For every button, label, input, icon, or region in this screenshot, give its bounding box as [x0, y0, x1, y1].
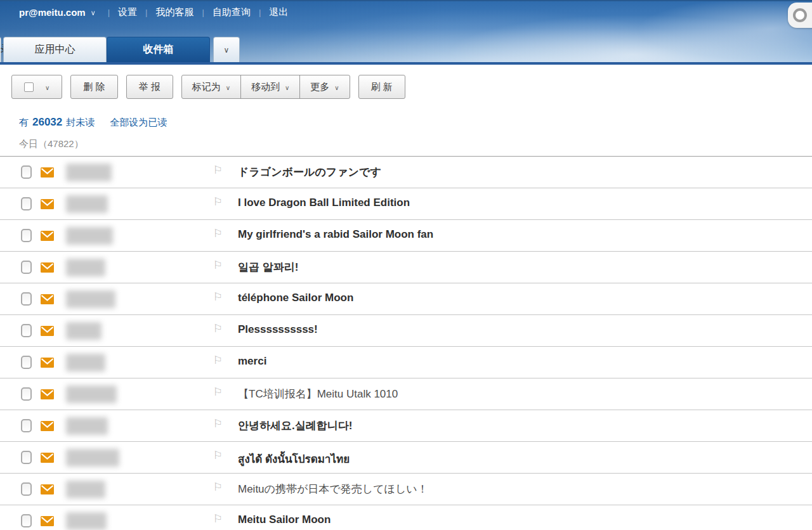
flag-icon[interactable]: ⚐	[213, 385, 223, 398]
email-row[interactable]: ⚐Meituの携帯が日本で発売してほしい！	[0, 474, 812, 505]
flag-icon[interactable]: ⚐	[213, 449, 223, 462]
email-checkbox[interactable]	[21, 261, 32, 274]
email-row[interactable]: ⚐Plessssssssss!	[0, 315, 812, 347]
select-all-checkbox[interactable]	[24, 82, 34, 92]
nav-settings[interactable]: 设置	[118, 6, 137, 18]
unread-envelope-icon	[41, 326, 54, 336]
chevron-down-icon: ∨	[334, 84, 339, 91]
email-subject[interactable]: I love Dragon Ball Limited Edition	[238, 197, 410, 209]
separator: |	[108, 8, 110, 17]
sender-name-blurred	[66, 481, 105, 498]
email-checkbox[interactable]	[21, 419, 32, 432]
unread-count: 26032	[32, 116, 62, 129]
sender-name-blurred	[66, 195, 108, 213]
email-row[interactable]: ⚐일곱 알꽈리!	[0, 252, 812, 283]
email-checkbox[interactable]	[21, 165, 32, 179]
flag-icon[interactable]: ⚐	[213, 259, 223, 271]
email-checkbox[interactable]	[21, 387, 32, 401]
tab-list-chevron-down-icon[interactable]: ∨	[213, 37, 240, 62]
tab-bar: 录 应用中心 收件箱 ∨	[0, 37, 240, 62]
mark-as-button[interactable]: 标记为 ∨	[181, 75, 241, 99]
account-chevron-down-icon[interactable]: ∨	[91, 9, 96, 17]
email-row[interactable]: ⚐안녕하세요.실례합니다!	[0, 410, 812, 442]
flag-icon[interactable]: ⚐	[213, 322, 223, 335]
email-checkbox[interactable]	[21, 324, 32, 337]
email-subject[interactable]: Plessssssssss!	[238, 323, 318, 336]
email-checkbox[interactable]	[21, 356, 32, 369]
toolbar: ∨ 删 除 举 报 标记为 ∨ 移动到 ∨ 更多 ∨ 刷 新	[11, 75, 812, 99]
email-checkbox[interactable]	[21, 292, 32, 306]
email-checkbox[interactable]	[21, 229, 32, 242]
move-to-button[interactable]: 移动到 ∨	[240, 75, 300, 99]
mark-all-read-link[interactable]: 全部设为已读	[110, 117, 167, 129]
email-row[interactable]: ⚐ドラゴンボールのファンです	[0, 157, 812, 188]
email-subject[interactable]: My girlfriend's a rabid Sailor Moon fan	[238, 228, 433, 241]
report-button[interactable]: 举 报	[126, 75, 173, 99]
floating-widget[interactable]	[788, 3, 812, 28]
email-subject[interactable]: merci	[238, 355, 266, 368]
flag-icon[interactable]: ⚐	[213, 164, 223, 176]
tab-contacts-partial[interactable]: 录	[0, 37, 1, 62]
flag-icon[interactable]: ⚐	[213, 195, 223, 208]
select-all-button[interactable]: ∨	[11, 75, 62, 99]
unread-envelope-icon	[41, 389, 54, 399]
header: pr@meitu.com ∨ | 设置 | 我的客服 | 自助查询 | 退出 录…	[0, 0, 812, 65]
chevron-down-icon: ∨	[226, 84, 230, 91]
sender-name-blurred	[66, 354, 105, 372]
email-subject[interactable]: 【TC培训报名】Meitu Utalk 1010	[238, 387, 398, 401]
email-list: ⚐ドラゴンボールのファンです⚐I love Dragon Ball Limite…	[0, 156, 812, 530]
chevron-down-icon: ∨	[45, 84, 49, 91]
tab-app-center[interactable]: 应用中心	[3, 37, 107, 62]
sender-name-blurred	[66, 227, 113, 245]
refresh-button[interactable]: 刷 新	[358, 75, 405, 99]
unread-envelope-icon	[41, 453, 54, 463]
sender-name-blurred	[66, 385, 117, 403]
email-checkbox[interactable]	[21, 482, 32, 496]
email-subject[interactable]: Meituの携帯が日本で発売してほしい！	[238, 482, 428, 496]
toolbar-button-group: 标记为 ∨ 移动到 ∨ 更多 ∨	[181, 75, 350, 99]
flag-icon[interactable]: ⚐	[213, 290, 223, 303]
sender-name-blurred	[66, 417, 108, 435]
delete-button[interactable]: 删 除	[70, 75, 117, 99]
flag-icon[interactable]: ⚐	[213, 512, 223, 525]
flag-icon[interactable]: ⚐	[213, 354, 223, 366]
email-subject[interactable]: Meitu Sailor Moon	[238, 514, 331, 526]
unread-envelope-icon	[41, 421, 54, 431]
unread-envelope-icon	[41, 294, 54, 304]
nav-self-query[interactable]: 自助查询	[213, 6, 251, 18]
nav-my-service[interactable]: 我的客服	[156, 6, 194, 18]
account-email[interactable]: pr@meitu.com	[19, 7, 86, 18]
tab-inbox-active[interactable]: 收件箱	[107, 37, 210, 62]
sender-name-blurred	[66, 164, 112, 181]
separator: |	[145, 8, 147, 17]
email-checkbox[interactable]	[21, 451, 32, 464]
email-row[interactable]: ⚐téléphone Sailor Moon	[0, 283, 812, 315]
unread-envelope-icon	[41, 199, 54, 209]
separator: |	[202, 8, 204, 17]
nav-logout[interactable]: 退出	[269, 6, 288, 18]
sender-name-blurred	[66, 290, 115, 308]
email-subject[interactable]: ドラゴンボールのファンです	[238, 165, 381, 179]
sender-name-blurred	[66, 512, 107, 530]
flag-icon[interactable]: ⚐	[213, 481, 223, 493]
flag-icon[interactable]: ⚐	[213, 227, 223, 240]
email-row[interactable]: ⚐Meitu Sailor Moon	[0, 505, 812, 530]
email-subject[interactable]: 안녕하세요.실례합니다!	[238, 418, 352, 433]
email-row[interactable]: ⚐I love Dragon Ball Limited Edition	[0, 188, 812, 220]
email-row[interactable]: ⚐My girlfriend's a rabid Sailor Moon fan	[0, 220, 812, 252]
email-subject[interactable]: 일곱 알꽈리!	[238, 260, 298, 275]
email-checkbox[interactable]	[21, 197, 32, 210]
email-row[interactable]: ⚐สูงได้ ดังนั้นโปรดมาไทย	[0, 442, 812, 474]
unread-status: 有 26032 封未读 全部设为已读	[19, 116, 812, 129]
more-button[interactable]: 更多 ∨	[299, 75, 350, 99]
chevron-down-icon: ∨	[285, 84, 289, 91]
unread-envelope-icon	[41, 167, 54, 178]
email-checkbox[interactable]	[21, 514, 32, 527]
flag-icon[interactable]: ⚐	[213, 417, 223, 430]
email-subject[interactable]: สูงได้ ดังนั้นโปรดมาไทย	[238, 450, 350, 467]
email-row[interactable]: ⚐merci	[0, 347, 812, 378]
email-row[interactable]: ⚐【TC培训报名】Meitu Utalk 1010	[0, 378, 812, 410]
sender-name-blurred	[66, 259, 105, 276]
email-subject[interactable]: téléphone Sailor Moon	[238, 292, 353, 304]
status-prefix: 有	[19, 117, 29, 129]
